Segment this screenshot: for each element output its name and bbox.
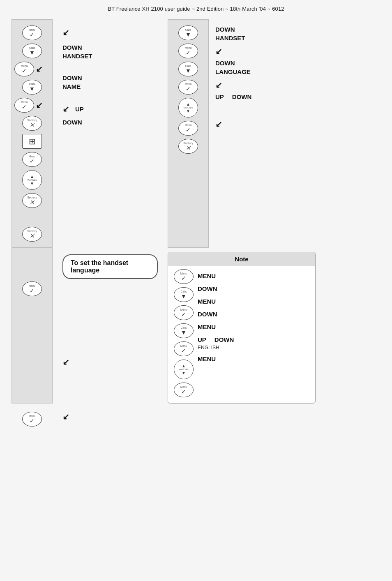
- note-btn-vol[interactable]: ▲ Vol/Calls ▼: [174, 360, 194, 379]
- very-bottom-section: Menu ✓ ↙: [12, 408, 380, 431]
- note-box-content: Menu ✓ Calls ▼ Menu ✓: [168, 266, 315, 403]
- note-box: Note Menu ✓ Calls ▼: [168, 252, 316, 403]
- right-btn-menu-1[interactable]: Menu ✓: [178, 44, 198, 58]
- mid-row-1: ↙: [62, 25, 158, 40]
- page-wrapper: HANDSET SETTINGS BT Freelance XH 2100 us…: [0, 0, 392, 447]
- note-btn-menu-2[interactable]: Menu ✓: [174, 305, 194, 320]
- note-text-menu-4: MENU: [198, 355, 234, 363]
- right-arrow-row-3: ↙: [215, 119, 374, 129]
- btn-menu-4-row: Menu ✓: [14, 152, 50, 167]
- right-btn-vol-1[interactable]: ▲ Vol/Calls ▼: [178, 98, 198, 118]
- btn-menu-3[interactable]: Menu ✓: [14, 98, 34, 113]
- right-btn-secrecy-1[interactable]: Secrecy ✕: [178, 139, 198, 154]
- right-text-up: UP: [215, 92, 224, 101]
- bottom-mid-arrow: ↙: [62, 357, 158, 367]
- note-btn-menu-1[interactable]: Menu ✓: [174, 269, 194, 284]
- btn-menu-1-sym: ✓: [30, 31, 35, 38]
- note-title: Note: [235, 256, 248, 263]
- right-arrow-3: ↙: [215, 119, 222, 129]
- mid-text-up: UP: [75, 105, 84, 113]
- right-text-row-3: UP DOWN: [215, 92, 374, 101]
- upper-section: Menu ✓ Calls ▼ Menu ✓ ↙: [12, 19, 380, 248]
- right-text-down-handset: DOWN: [215, 25, 374, 34]
- left-grey-col-bottom: Menu ✓: [12, 248, 53, 403]
- btn-down-1-sym: ▼: [29, 49, 35, 56]
- btn-menu-4[interactable]: Menu ✓: [22, 152, 42, 167]
- note-btn-menu-4[interactable]: Menu ✓: [174, 383, 194, 397]
- right-grey-col: Calls ▼ Menu ✓ Calls ▼ Menu ✓: [168, 19, 209, 248]
- right-text-down-2: DOWN: [232, 92, 252, 101]
- right-btn-menu-2[interactable]: Menu ✓: [178, 80, 198, 95]
- note-text-down-3: DOWN: [214, 335, 234, 344]
- note-btn-down-2[interactable]: Calls ▼: [174, 323, 194, 338]
- note-text-menu-3: MENU: [198, 323, 234, 331]
- note-text-english: ENGLISH: [198, 345, 234, 350]
- note-text-down-1: DOWN: [198, 284, 234, 293]
- mid-row-down: DOWN: [62, 118, 158, 127]
- page-header: BT Freelance XH 2100 user guide ~ 2nd Ed…: [0, 0, 392, 15]
- bottom-mid-col: To set the handset language ↙: [53, 248, 168, 403]
- mid-row-3: DOWN NAME: [62, 74, 158, 91]
- header-title: BT Freelance XH 2100 user guide ~ 2nd Ed…: [108, 6, 284, 12]
- right-btn-menu-3[interactable]: Menu ✓: [178, 121, 198, 136]
- mid-arrow-2: ↙: [62, 104, 69, 114]
- mid-row-up: ↙ UP: [62, 104, 158, 114]
- btn-menu-2[interactable]: Menu ✓: [14, 62, 34, 76]
- right-text-language: LANGUAGE: [215, 67, 374, 76]
- mid-text-down-name: DOWN: [62, 74, 158, 82]
- right-btn-down-2[interactable]: Calls ▼: [178, 62, 198, 76]
- note-text-menu-2: MENU: [198, 297, 234, 306]
- note-text-up-down: UP DOWN: [198, 335, 234, 344]
- right-arrow-row-2: ↙: [215, 80, 374, 90]
- very-bottom-mid: ↙: [53, 408, 168, 431]
- mid-text-down-1: DOWN: [62, 119, 82, 126]
- right-text-handset: HANDSET: [215, 34, 374, 42]
- right-text-down-language: DOWN: [215, 59, 374, 67]
- mid-row-2: DOWN HANDSET: [62, 43, 158, 60]
- right-arrow-1: ↙: [215, 46, 222, 56]
- right-text-row-2: DOWN LANGUAGE: [215, 59, 374, 76]
- btn-down-2[interactable]: Calls ▼: [22, 80, 42, 95]
- note-text-menu-1: MENU: [198, 272, 234, 280]
- arrow-mid-1: ↙: [36, 64, 43, 74]
- note-text-col: MENU DOWN MENU DOWN MENU UP DOWN ENGLISH: [198, 269, 234, 397]
- arrow-mid-2: ↙: [36, 100, 43, 110]
- mid-arrow-1: ↙: [62, 28, 69, 37]
- note-icons-col: Menu ✓ Calls ▼ Menu ✓: [174, 269, 194, 397]
- btn-menu-1-label: Menu: [29, 28, 35, 31]
- bottom-section: Menu ✓ To set the handset language ↙: [12, 248, 380, 403]
- btn-secrecy-1[interactable]: Secrecy ✕: [22, 116, 42, 131]
- very-bottom-arrow: ↙: [62, 412, 158, 422]
- section-label-text: To set the handset language: [71, 259, 128, 274]
- right-text-row-1: DOWN HANDSET: [215, 25, 374, 42]
- note-text-up: UP: [198, 335, 206, 344]
- mid-text-col: ↙ DOWN HANDSET DOWN NAME ↙: [53, 19, 168, 248]
- right-arrow-2: ↙: [215, 80, 222, 90]
- btn-secrecy-2[interactable]: Secrecy ✕: [22, 193, 42, 208]
- btn-vol-1[interactable]: ▲ Vol/Calls ▼: [22, 170, 42, 190]
- note-box-header: Note: [168, 252, 315, 266]
- mid-text-name: NAME: [62, 82, 158, 91]
- btn-secrecy-3[interactable]: Secrecy ✕: [22, 227, 42, 242]
- note-btn-down-1[interactable]: Calls ▼: [174, 287, 194, 302]
- btn-menu-3-row: Menu ✓ ↙: [14, 98, 50, 113]
- right-text-col-top: DOWN HANDSET ↙ DOWN LANGUAGE ↙: [209, 19, 380, 248]
- mid-text-handset-1: HANDSET: [62, 52, 158, 60]
- btn-menu-1[interactable]: Menu ✓: [22, 25, 42, 40]
- right-arrow-row-1: ↙: [215, 46, 374, 56]
- btn-menu-very-bottom[interactable]: Menu ✓: [22, 412, 42, 427]
- section-label-box: To set the handset language: [62, 254, 158, 279]
- bottom-right-area: Note Menu ✓ Calls ▼: [168, 248, 380, 403]
- btn-menu-2-row: Menu ✓ ↙: [14, 62, 50, 76]
- note-text-up-down-group: UP DOWN ENGLISH: [198, 335, 234, 350]
- btn-down-1[interactable]: Calls ▼: [22, 44, 42, 58]
- left-grey-col-top: Menu ✓ Calls ▼ Menu ✓ ↙: [12, 19, 53, 248]
- btn-menu-bottom[interactable]: Menu ✓: [22, 281, 42, 296]
- btn-grid[interactable]: ⊞: [22, 134, 42, 149]
- right-btn-down-1[interactable]: Calls ▼: [178, 25, 198, 40]
- mid-text-down-handset-1: DOWN: [62, 43, 158, 52]
- very-bottom-left: Menu ✓: [12, 408, 53, 431]
- note-btn-menu-3[interactable]: Menu ✓: [174, 341, 194, 356]
- doc-area: Menu ✓ Calls ▼ Menu ✓ ↙: [0, 19, 392, 447]
- note-text-down-2: DOWN: [198, 310, 234, 318]
